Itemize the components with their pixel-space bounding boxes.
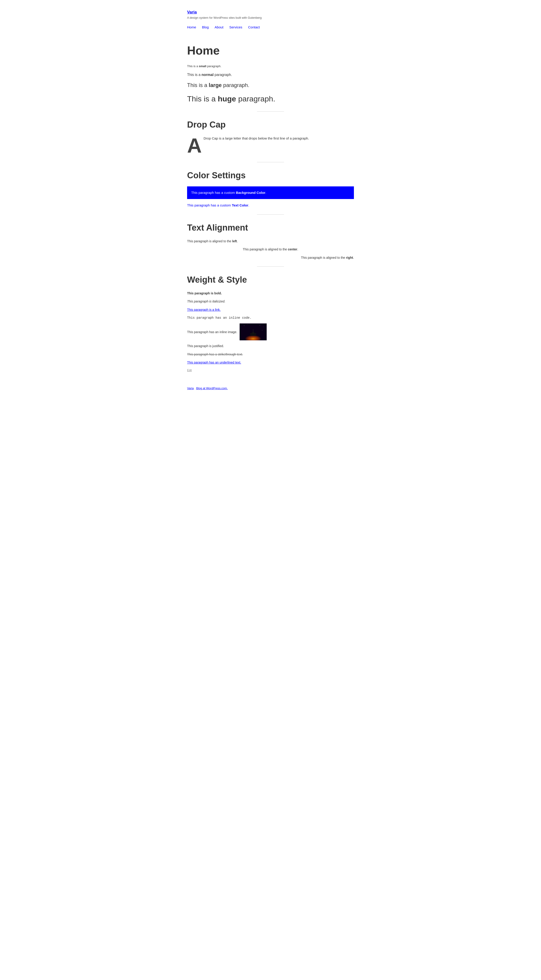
inline-link[interactable]: This paragraph is a link. bbox=[187, 308, 221, 312]
main-nav: Home Blog About Services Contact bbox=[187, 24, 354, 30]
nav-services[interactable]: Services bbox=[229, 25, 242, 29]
bg-color-paragraph: This paragraph has a custom Background C… bbox=[187, 186, 354, 199]
svg-point-3 bbox=[244, 326, 244, 326]
main-content: Home This is a small paragraph. This is … bbox=[187, 41, 354, 372]
text-alignment-heading: Text Alignment bbox=[187, 221, 354, 235]
nav-contact[interactable]: Contact bbox=[248, 25, 260, 29]
site-header: Varia A design system for WordPress site… bbox=[187, 5, 354, 35]
separator-4 bbox=[257, 266, 284, 267]
para-italic: This paragraph is italicized. bbox=[187, 299, 354, 304]
svg-point-5 bbox=[260, 325, 260, 326]
svg-point-4 bbox=[247, 325, 248, 325]
drop-cap-heading: Drop Cap bbox=[187, 118, 354, 132]
footer-site-link[interactable]: Varia bbox=[187, 387, 194, 390]
drop-cap-text: Drop Cap is a large letter that drops be… bbox=[204, 135, 309, 140]
nav-home[interactable]: Home bbox=[187, 25, 196, 29]
drop-cap-area: A Drop Cap is a large letter that drops … bbox=[187, 135, 354, 156]
svg-point-6 bbox=[263, 327, 263, 327]
weight-style-heading: Weight & Style bbox=[187, 273, 354, 287]
para-normal: This is a normal paragraph. bbox=[187, 72, 354, 78]
site-wrapper: Varia A design system for WordPress site… bbox=[178, 0, 363, 400]
para-huge: This is a huge paragraph. bbox=[187, 92, 354, 105]
site-title[interactable]: Varia bbox=[187, 9, 354, 16]
para-inline-image: This paragraph has an inline image. bbox=[187, 323, 354, 340]
nav-blog[interactable]: Blog bbox=[202, 25, 209, 29]
para-underline: This paragraph has an underlined text. bbox=[187, 360, 354, 365]
para-large: This is a large paragraph. bbox=[187, 81, 354, 89]
site-tagline: A design system for WordPress sites buil… bbox=[187, 16, 354, 20]
para-code: This paragraph has an inline code. bbox=[187, 315, 354, 320]
text-alignment-section: Text Alignment This paragraph is aligned… bbox=[187, 221, 354, 260]
para-align-left: This paragraph is aligned to the left. bbox=[187, 239, 354, 243]
drop-cap-section: Drop Cap A Drop Cap is a large letter th… bbox=[187, 118, 354, 156]
para-strikethrough: This paragraph has a strikethrough text. bbox=[187, 352, 354, 357]
color-settings-section: Color Settings This paragraph has a cust… bbox=[187, 169, 354, 208]
paragraph-sizes-section: This is a small paragraph. This is a nor… bbox=[187, 64, 354, 105]
svg-point-7 bbox=[243, 329, 243, 329]
para-justified: This paragraph is justified. bbox=[187, 344, 354, 348]
nav-about[interactable]: About bbox=[215, 25, 223, 29]
para-link: This paragraph is a link. bbox=[187, 307, 354, 312]
edit-link[interactable]: Edit bbox=[187, 369, 192, 372]
edit-link-container[interactable]: Edit bbox=[187, 368, 354, 372]
weight-style-section: Weight & Style This paragraph is bold. T… bbox=[187, 273, 354, 372]
text-color-paragraph: This paragraph has a custom Text Color. bbox=[187, 203, 354, 208]
site-title-link[interactable]: Varia bbox=[187, 10, 197, 14]
separator-2 bbox=[257, 162, 284, 162]
separator-3 bbox=[257, 214, 284, 215]
footer-blog-link[interactable]: Blog at WordPress.com. bbox=[196, 387, 228, 390]
para-bold: This paragraph is bold. bbox=[187, 291, 354, 296]
para-align-right: This paragraph is aligned to the right. bbox=[187, 255, 354, 260]
drop-cap-letter: A bbox=[187, 135, 202, 156]
inline-image bbox=[240, 323, 267, 340]
para-align-center: This paragraph is aligned to the center. bbox=[187, 247, 354, 252]
svg-point-8 bbox=[262, 330, 262, 331]
para-small: This is a small paragraph. bbox=[187, 64, 354, 69]
site-footer: Varia . Blog at WordPress.com. bbox=[187, 382, 354, 391]
page-title: Home bbox=[187, 41, 354, 60]
color-settings-heading: Color Settings bbox=[187, 169, 354, 182]
